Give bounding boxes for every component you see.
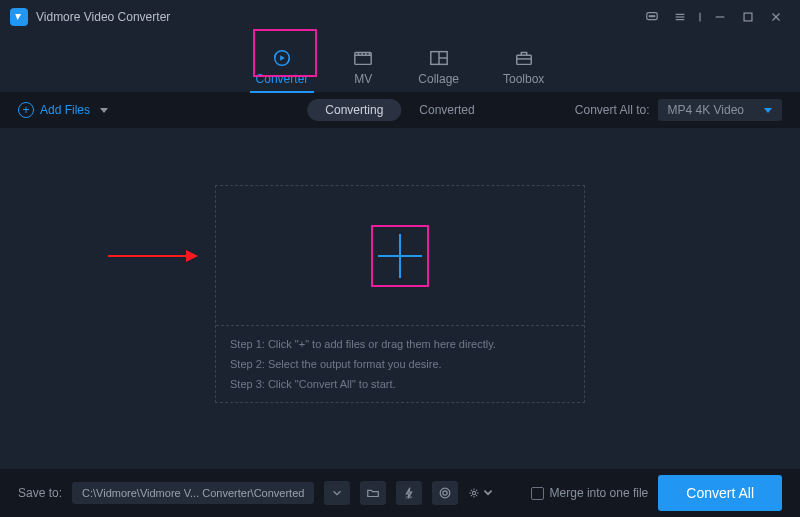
svg-rect-22	[516, 55, 531, 64]
save-to-label: Save to:	[18, 486, 62, 500]
maximize-button[interactable]	[734, 3, 762, 31]
instruction-step: Step 1: Click "+" to add files or drag t…	[230, 338, 570, 350]
convert-all-button[interactable]: Convert All	[658, 475, 782, 511]
svg-point-3	[654, 16, 655, 17]
chevron-down-icon	[764, 108, 772, 113]
format-select[interactable]: MP4 4K Video	[658, 99, 783, 121]
tab-label: Toolbox	[503, 72, 544, 86]
hardware-accel-button[interactable]: OFF	[396, 481, 422, 505]
plus-circle-icon: +	[18, 102, 34, 118]
drop-zone[interactable]: Step 1: Click "+" to add files or drag t…	[215, 185, 585, 403]
add-files-plus-icon[interactable]	[372, 228, 428, 284]
converter-icon	[271, 48, 293, 68]
status-tabs: Converting Converted	[307, 99, 492, 121]
open-folder-button[interactable]	[360, 481, 386, 505]
toolbox-icon	[513, 48, 535, 68]
svg-point-1	[649, 16, 650, 17]
divider	[694, 3, 706, 31]
save-path-field[interactable]: C:\Vidmore\Vidmore V... Converter\Conver…	[72, 482, 314, 504]
svg-rect-9	[744, 13, 752, 21]
app-logo-icon	[10, 8, 28, 26]
minimize-button[interactable]	[706, 3, 734, 31]
main-tabs: Converter MV Collage Toolbox	[0, 34, 800, 92]
svg-point-27	[473, 491, 476, 494]
tab-label: MV	[354, 72, 372, 86]
save-path-dropdown[interactable]	[324, 481, 350, 505]
instruction-step: Step 2: Select the output format you des…	[230, 358, 570, 370]
tab-label: Collage	[418, 72, 459, 86]
toolbar: + Add Files Converting Converted Convert…	[0, 92, 800, 128]
format-value: MP4 4K Video	[668, 103, 745, 117]
feedback-icon[interactable]	[638, 3, 666, 31]
add-files-button[interactable]: + Add Files	[18, 102, 108, 118]
instruction-step: Step 3: Click "Convert All" to start.	[230, 378, 570, 390]
collage-icon	[428, 48, 450, 68]
merge-label: Merge into one file	[550, 486, 649, 500]
mv-icon	[352, 48, 374, 68]
svg-point-26	[443, 491, 447, 495]
close-button[interactable]	[762, 3, 790, 31]
svg-point-2	[651, 16, 652, 17]
footer: Save to: C:\Vidmore\Vidmore V... Convert…	[0, 469, 800, 517]
tab-mv[interactable]: MV	[352, 48, 374, 92]
tab-collage[interactable]: Collage	[418, 48, 459, 92]
tab-label: Converter	[256, 72, 309, 86]
svg-point-25	[441, 488, 451, 498]
task-schedule-button[interactable]	[432, 481, 458, 505]
pill-converted[interactable]: Converted	[401, 99, 492, 121]
tab-converter[interactable]: Converter	[256, 48, 309, 92]
chevron-down-icon	[100, 108, 108, 113]
merge-checkbox[interactable]: Merge into one file	[531, 486, 649, 500]
title-bar: Vidmore Video Converter	[0, 0, 800, 34]
pill-converting[interactable]: Converting	[307, 99, 401, 121]
add-files-label: Add Files	[40, 103, 90, 117]
drop-zone-upper[interactable]	[216, 186, 584, 326]
menu-icon[interactable]	[666, 3, 694, 31]
checkbox-icon	[531, 487, 544, 500]
app-title: Vidmore Video Converter	[36, 10, 170, 24]
settings-button[interactable]	[468, 481, 494, 505]
main-area: Step 1: Click "+" to add files or drag t…	[0, 128, 800, 450]
convert-all-to-label: Convert All to:	[575, 103, 650, 117]
annotation-arrow	[108, 250, 198, 262]
instructions: Step 1: Click "+" to add files or drag t…	[216, 326, 584, 402]
svg-text:OFF: OFF	[406, 496, 413, 500]
tab-toolbox[interactable]: Toolbox	[503, 48, 544, 92]
